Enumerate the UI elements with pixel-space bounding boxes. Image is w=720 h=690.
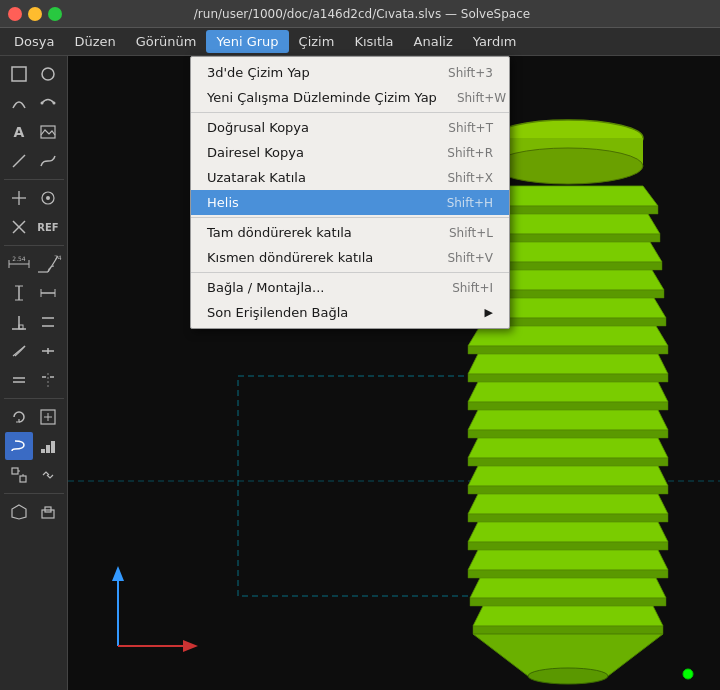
dd-3d-cizim[interactable]: 3d'de Çizim Yap Shift+3	[191, 60, 509, 85]
arc-tool[interactable]	[5, 89, 33, 117]
construct-tool[interactable]	[34, 184, 62, 212]
menu-dosya[interactable]: Dosya	[4, 30, 64, 53]
menu-yeni-grup[interactable]: Yeni Grup	[206, 30, 288, 53]
tangent-tool[interactable]	[5, 337, 33, 365]
toolbar-row-4	[5, 147, 62, 175]
line-tool[interactable]	[5, 147, 33, 175]
horizontal-tool[interactable]	[34, 279, 62, 307]
close-button[interactable]	[8, 7, 22, 21]
dd-dogrusal-kopya[interactable]: Doğrusal Kopya Shift+T	[191, 115, 509, 140]
equal-tool[interactable]	[5, 366, 33, 394]
svg-point-2	[41, 102, 44, 105]
dd-dogrusal-kopya-label: Doğrusal Kopya	[207, 120, 309, 135]
svg-marker-67	[468, 326, 668, 346]
svg-text:74°: 74°	[54, 254, 62, 261]
dd-tam-dondurek-label: Tam döndürerek katıla	[207, 225, 352, 240]
face-group[interactable]	[5, 461, 33, 489]
split-tool[interactable]	[5, 213, 33, 241]
steps-tool[interactable]	[34, 432, 62, 460]
svg-rect-44	[12, 468, 18, 474]
rotate-view[interactable]	[5, 403, 33, 431]
midpoint-tool[interactable]	[34, 337, 62, 365]
svg-marker-73	[468, 410, 668, 430]
dd-tam-dondurek[interactable]: Tam döndürerek katıla Shift+L	[191, 220, 509, 245]
dd-kismen-dondurek-shortcut: Shift+V	[447, 251, 493, 265]
svg-line-5	[13, 155, 25, 167]
svg-marker-78	[468, 486, 668, 494]
svg-marker-71	[468, 382, 668, 402]
svg-marker-72	[468, 402, 668, 410]
svg-point-1	[42, 68, 54, 80]
menu-analiz[interactable]: Analiz	[404, 30, 463, 53]
point-on-face-tool[interactable]	[5, 184, 33, 212]
symmetric-tool[interactable]	[34, 366, 62, 394]
toolbar-row-13	[5, 432, 62, 460]
helix-active-tool[interactable]	[5, 432, 33, 460]
dd-uzatarak-katila-label: Uzatarak Katıla	[207, 170, 306, 185]
dd-uzatarak-katila[interactable]: Uzatarak Katıla Shift+X	[191, 165, 509, 190]
toolbar-row-7: 2.54 74°	[5, 250, 62, 278]
svg-marker-83	[468, 550, 668, 570]
toolbar-row-8	[5, 279, 62, 307]
svg-point-90	[528, 668, 608, 684]
left-toolbar: A REF	[0, 56, 68, 690]
dd-son-erisilen-arrow: ▶	[485, 306, 493, 319]
image-tool[interactable]	[34, 118, 62, 146]
assembly-tool[interactable]	[34, 498, 62, 526]
dd-helis[interactable]: Helis Shift+H	[191, 190, 509, 215]
tangent-arc-tool[interactable]	[34, 89, 62, 117]
svg-marker-88	[473, 626, 663, 634]
toolbar-row-15	[5, 498, 62, 526]
workplane-tool[interactable]	[5, 498, 33, 526]
dd-calisma-duzlemi[interactable]: Yeni Çalışma Düzleminde Çizim Yap Shift+…	[191, 85, 509, 110]
menu-duzen[interactable]: Düzen	[64, 30, 125, 53]
dd-dairesel-kopya[interactable]: Dairesel Kopya Shift+R	[191, 140, 509, 165]
dd-bagla-montajla-shortcut: Shift+I	[452, 281, 493, 295]
minimize-button[interactable]	[28, 7, 42, 21]
svg-rect-49	[42, 510, 54, 518]
circle-tool[interactable]	[34, 60, 62, 88]
menu-gorunum[interactable]: Görünüm	[126, 30, 207, 53]
window-controls[interactable]	[8, 7, 62, 21]
toolbar-divider-1	[4, 179, 64, 180]
svg-marker-84	[468, 570, 668, 578]
spline-tool[interactable]	[34, 147, 62, 175]
svg-point-91	[683, 669, 693, 679]
window-title: /run/user/1000/doc/a146d2cd/Cıvata.slvs …	[62, 7, 662, 21]
dd-son-erisilen[interactable]: Son Erişilenden Bağla ▶	[191, 300, 509, 325]
dd-helis-label: Helis	[207, 195, 239, 210]
dd-separator-2	[191, 217, 509, 218]
zoom-fit[interactable]	[34, 403, 62, 431]
svg-marker-75	[468, 438, 668, 458]
dd-kismen-dondurek[interactable]: Kısmen döndürerek katıla Shift+V	[191, 245, 509, 270]
parallel-tool[interactable]	[34, 308, 62, 336]
title-bar: /run/user/1000/doc/a146d2cd/Cıvata.slvs …	[0, 0, 720, 28]
svg-marker-79	[468, 494, 668, 514]
vertical-tool[interactable]	[5, 279, 33, 307]
menu-kisitla[interactable]: Kısıtla	[344, 30, 403, 53]
svg-marker-48	[12, 505, 26, 519]
svg-marker-80	[468, 514, 668, 522]
dd-dairesel-kopya-shortcut: Shift+R	[447, 146, 493, 160]
dd-bagla-montajla[interactable]: Bağla / Montajla... Shift+I	[191, 275, 509, 300]
dd-helis-shortcut: Shift+H	[447, 196, 493, 210]
toolbar-row-5	[5, 184, 62, 212]
text-tool[interactable]: A	[5, 118, 33, 146]
dd-calisma-duzlemi-shortcut: Shift+W	[457, 91, 506, 105]
menu-yardim[interactable]: Yardım	[463, 30, 527, 53]
svg-rect-41	[41, 449, 45, 453]
toolbar-row-3: A	[5, 118, 62, 146]
perpendicular-tool[interactable]	[5, 308, 33, 336]
menu-cizim[interactable]: Çizim	[289, 30, 345, 53]
svg-marker-81	[468, 522, 668, 542]
angle-tool[interactable]: 74°	[34, 250, 62, 278]
select-tool[interactable]	[5, 60, 33, 88]
link-tool[interactable]	[34, 461, 62, 489]
dim-2-54[interactable]: 2.54	[5, 250, 33, 278]
maximize-button[interactable]	[48, 7, 62, 21]
ref-label[interactable]: REF	[34, 213, 62, 241]
svg-text:2.54: 2.54	[12, 255, 26, 262]
dd-bagla-montajla-label: Bağla / Montajla...	[207, 280, 324, 295]
toolbar-row-11	[5, 366, 62, 394]
toolbar-row-9	[5, 308, 62, 336]
